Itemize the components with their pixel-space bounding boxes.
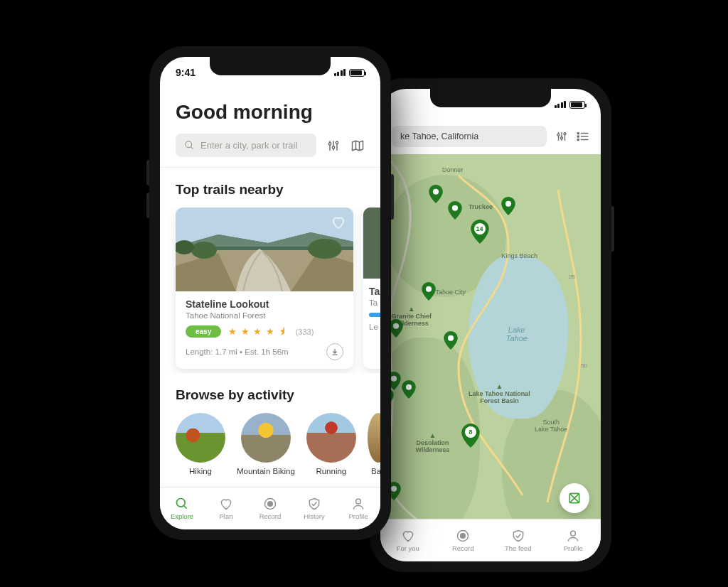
- filter-button[interactable]: [326, 139, 341, 153]
- trail-card[interactable]: Ta Ta Le: [363, 208, 380, 369]
- tab-for-you[interactable]: For you: [380, 519, 436, 561]
- map-pin[interactable]: [501, 197, 515, 215]
- svg-point-7: [577, 139, 579, 140]
- trail-length: Length: 1.7 mi • Est. 1h 56m: [186, 348, 289, 356]
- star-rating: ★ ★ ★ ★ ⯨: [228, 326, 288, 337]
- search-icon: [175, 497, 189, 511]
- svg-point-38: [356, 499, 361, 504]
- map-label: Desolation Wilderness: [416, 431, 450, 453]
- activity-mountain-biking[interactable]: Mountain Biking: [237, 413, 295, 475]
- search-icon: [184, 140, 195, 151]
- map-cluster-pin[interactable]: 14: [471, 220, 489, 244]
- activity-running[interactable]: Running: [306, 413, 356, 475]
- tab-record[interactable]: Record: [248, 488, 292, 529]
- difficulty-badge: [369, 313, 380, 317]
- map-label: Kings Beach: [502, 252, 538, 259]
- tab-plan[interactable]: Plan: [204, 488, 248, 529]
- svg-point-37: [268, 502, 273, 507]
- record-icon: [263, 497, 277, 511]
- tab-bar-back: For you Record The feed Profile: [380, 519, 601, 561]
- signal-icon: [334, 69, 346, 76]
- heart-icon: [219, 497, 233, 511]
- svg-point-0: [557, 134, 560, 136]
- svg-point-20: [332, 146, 334, 148]
- map-label: Truckee: [469, 203, 493, 210]
- battery-icon: [349, 69, 365, 77]
- svg-line-35: [184, 506, 187, 509]
- review-count: (333): [296, 328, 314, 336]
- svg-point-3: [577, 132, 579, 134]
- favorite-icon[interactable]: [331, 215, 346, 233]
- shield-check-icon: [511, 529, 525, 543]
- map-cluster-pin[interactable]: 8: [461, 424, 480, 448]
- svg-point-32: [308, 239, 342, 259]
- status-time: 9:41: [176, 67, 196, 78]
- nearby-heading: Top trails nearby: [176, 182, 365, 198]
- trail-subtitle: Tahoe National Forest: [186, 311, 343, 320]
- map-label: South Lake Tahoe: [535, 419, 567, 433]
- heart-icon: [401, 529, 415, 543]
- map-label: Lake Tahoe: [506, 325, 528, 343]
- svg-point-2: [564, 133, 566, 135]
- record-icon: [456, 529, 470, 543]
- map-label: Tahoe City: [436, 289, 466, 296]
- trail-length: Le: [369, 323, 380, 331]
- activity-image: [306, 413, 356, 463]
- shield-check-icon: [307, 497, 321, 511]
- svg-point-19: [328, 142, 331, 144]
- activity-backpacking[interactable]: Bac: [368, 413, 380, 475]
- svg-point-16: [571, 531, 576, 536]
- svg-marker-22: [353, 141, 363, 150]
- list-icon[interactable]: [577, 131, 589, 141]
- svg-line-18: [191, 146, 193, 149]
- activity-image: [241, 413, 291, 463]
- tab-bar-front: Explore Plan Record History: [160, 487, 380, 529]
- svg-point-5: [577, 136, 579, 137]
- search-placeholder: Enter a city, park or trail: [200, 140, 297, 151]
- map-pin[interactable]: [444, 331, 458, 350]
- map-pin[interactable]: [429, 185, 443, 203]
- battery-icon: [569, 101, 585, 109]
- map-phone: ke Tahoe, California: [370, 78, 611, 572]
- tab-feed[interactable]: The feed: [491, 519, 546, 561]
- svg-point-1: [561, 137, 563, 139]
- trail-title: Stateline Lookout: [186, 298, 343, 310]
- svg-point-34: [177, 499, 186, 507]
- tab-profile[interactable]: Profile: [336, 488, 380, 529]
- map-button[interactable]: [350, 139, 365, 153]
- location-search[interactable]: ke Tahoe, California: [392, 126, 547, 147]
- signal-icon: [555, 101, 567, 108]
- profile-icon: [351, 497, 365, 511]
- trail-title: Ta: [369, 286, 380, 297]
- profile-icon: [566, 529, 580, 543]
- svg-text:50: 50: [581, 362, 587, 369]
- tab-profile[interactable]: Profile: [546, 519, 601, 561]
- activity-heading: Browse by activity: [176, 387, 365, 403]
- map-pin[interactable]: [402, 380, 416, 399]
- svg-text:28: 28: [569, 274, 575, 280]
- activity-image: [368, 413, 380, 463]
- tune-icon[interactable]: [555, 130, 568, 143]
- svg-point-31: [191, 242, 217, 259]
- tab-record[interactable]: Record: [436, 519, 491, 561]
- download-button[interactable]: [326, 343, 343, 360]
- map-pin[interactable]: [422, 282, 436, 301]
- difficulty-badge: easy: [186, 325, 221, 338]
- trail-image: [176, 208, 353, 291]
- tab-history[interactable]: History: [292, 488, 336, 529]
- activity-image: [176, 413, 225, 463]
- svg-point-17: [186, 141, 192, 148]
- trail-card[interactable]: Stateline Lookout Tahoe National Forest …: [176, 208, 353, 369]
- map-label: Donner: [442, 166, 464, 173]
- trail-subtitle: Ta: [369, 298, 380, 307]
- map-pin[interactable]: [448, 201, 462, 220]
- route-overlay-button[interactable]: [560, 483, 589, 513]
- map-view[interactable]: 28 50 Donner Truckee Kings Beach Tahoe C…: [380, 154, 601, 561]
- tab-explore[interactable]: Explore: [160, 488, 204, 529]
- svg-point-21: [336, 141, 338, 144]
- home-phone: 9:41 Good morning Enter a city, park or …: [149, 46, 391, 540]
- map-label: Lake Tahoe National Forest Basin: [469, 382, 530, 404]
- search-input[interactable]: Enter a city, park or trail: [176, 134, 316, 157]
- greeting-heading: Good morning: [176, 101, 365, 124]
- activity-hiking[interactable]: Hiking: [176, 413, 225, 475]
